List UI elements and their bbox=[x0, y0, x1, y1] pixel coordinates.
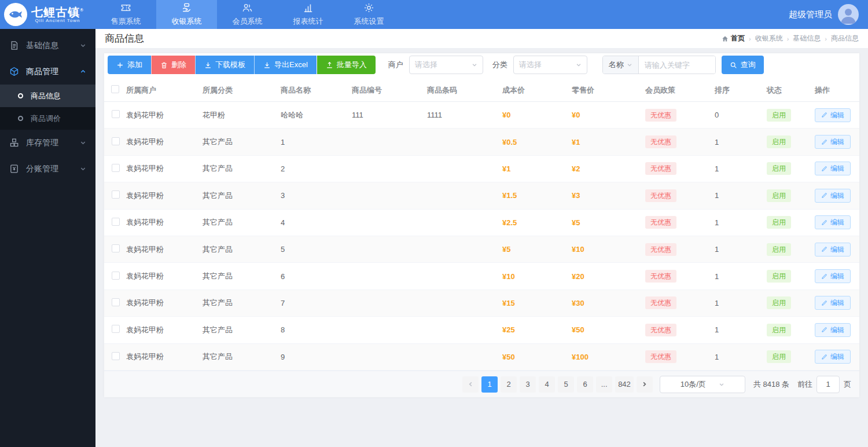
cell-cost-price: ¥15 bbox=[502, 299, 572, 307]
policy-badge: 无优惠 bbox=[645, 216, 676, 229]
edit-button[interactable]: 编辑 bbox=[815, 323, 851, 337]
avatar[interactable] bbox=[838, 4, 859, 25]
edit-button[interactable]: 编辑 bbox=[815, 135, 851, 149]
edit-button[interactable]: 编辑 bbox=[815, 189, 851, 203]
delete-button[interactable]: 删除 bbox=[151, 56, 195, 74]
nav-item-cashier-system[interactable]: 收银系统 bbox=[156, 0, 217, 29]
row-checkbox[interactable] bbox=[112, 298, 120, 306]
gear-icon bbox=[363, 2, 374, 13]
more-pages-button[interactable]: ... bbox=[596, 376, 612, 393]
policy-badge: 无优惠 bbox=[645, 109, 676, 122]
page-number-button[interactable]: 2 bbox=[501, 376, 517, 393]
breadcrumb-item[interactable]: 收银系统 bbox=[755, 34, 783, 43]
cell-cost-price: ¥1 bbox=[502, 164, 572, 173]
cell-actions: 编辑 bbox=[815, 162, 859, 175]
breadcrumb-home[interactable]: 首页 bbox=[722, 34, 745, 43]
row-checkbox[interactable] bbox=[112, 352, 120, 360]
user-menu[interactable]: 超级管理员 bbox=[789, 0, 868, 29]
row-checkbox[interactable] bbox=[112, 325, 120, 333]
keyword-input[interactable] bbox=[639, 56, 715, 74]
cell-sort: 1 bbox=[715, 325, 767, 334]
search-field-select[interactable]: 名称 bbox=[603, 56, 639, 74]
breadcrumb-item[interactable]: 基础信息 bbox=[793, 34, 821, 43]
page-number-button[interactable]: 842 bbox=[615, 376, 634, 393]
cell-product-code: 111 bbox=[352, 111, 427, 119]
goto-page-input[interactable] bbox=[816, 376, 840, 393]
search-icon bbox=[730, 61, 737, 69]
edit-button[interactable]: 编辑 bbox=[815, 215, 851, 229]
members-icon bbox=[242, 2, 253, 13]
sidebar-item-basic-info[interactable]: 基础信息 bbox=[0, 32, 95, 58]
edit-button[interactable]: 编辑 bbox=[815, 350, 851, 364]
page-number-button[interactable]: 3 bbox=[520, 376, 536, 393]
row-checkbox[interactable] bbox=[112, 272, 120, 280]
cell-category: 其它产品 bbox=[203, 137, 281, 147]
chevron-down-icon bbox=[80, 140, 86, 146]
nav-item-system-settings[interactable]: 系统设置 bbox=[339, 0, 399, 29]
row-checkbox[interactable] bbox=[112, 137, 120, 145]
cell-status: 启用 bbox=[767, 189, 815, 202]
select-all-checkbox[interactable] bbox=[111, 85, 119, 93]
cell-member-policy: 无优惠 bbox=[645, 162, 715, 175]
breadcrumb: 首页 › 收银系统 › 基础信息 › 商品信息 bbox=[722, 34, 859, 43]
sidebar-item-product-info[interactable]: 商品信息 bbox=[0, 85, 95, 107]
row-checkbox[interactable] bbox=[112, 244, 120, 252]
column-status: 状态 bbox=[767, 85, 815, 96]
cell-sort: 1 bbox=[715, 164, 767, 173]
table-body: 袁妈花甲粉花甲粉哈哈哈1111111¥0¥0无优惠0启用编辑袁妈花甲粉其它产品1… bbox=[104, 102, 859, 371]
edit-button[interactable]: 编辑 bbox=[815, 243, 851, 257]
total-count: 共 8418 条 bbox=[753, 379, 789, 390]
app-logo: 七鲤古镇® Qili Ancient Town bbox=[0, 0, 95, 29]
add-button[interactable]: 添加 bbox=[108, 56, 151, 74]
sidebar-item-product-price-adjust[interactable]: 商品调价 bbox=[0, 107, 95, 130]
page-header: 商品信息 首页 › 收银系统 › 基础信息 › 商品信息 bbox=[95, 29, 868, 49]
column-barcode: 商品条码 bbox=[427, 85, 502, 96]
sidebar-item-product-management[interactable]: 商品管理 bbox=[0, 58, 95, 85]
cell-merchant: 袁妈花甲粉 bbox=[126, 190, 203, 201]
row-checkbox[interactable] bbox=[112, 218, 120, 226]
cell-retail-price: ¥2 bbox=[572, 164, 645, 173]
edit-button[interactable]: 编辑 bbox=[815, 296, 851, 310]
batch-import-button[interactable]: 批量导入 bbox=[317, 56, 376, 74]
policy-badge: 无优惠 bbox=[645, 162, 676, 175]
sidebar-item-inventory-management[interactable]: 库存管理 bbox=[0, 130, 95, 156]
row-checkbox[interactable] bbox=[112, 190, 120, 199]
edit-button-label: 编辑 bbox=[830, 112, 844, 119]
cell-member-policy: 无优惠 bbox=[645, 216, 715, 229]
nav-item-report-statistics[interactable]: 报表统计 bbox=[278, 0, 339, 29]
table-header: 所属商户 所属分类 商品名称 商品编号 商品条码 成本价 零售价 会员政策 排序… bbox=[104, 79, 859, 102]
cell-retail-price: ¥50 bbox=[572, 325, 645, 334]
cell-product-name: 8 bbox=[281, 325, 352, 334]
edit-button[interactable]: 编辑 bbox=[815, 162, 851, 175]
column-cost-price: 成本价 bbox=[502, 85, 572, 96]
prev-page-button[interactable] bbox=[462, 376, 479, 393]
export-excel-button[interactable]: 导出Excel bbox=[254, 56, 317, 74]
next-page-button[interactable] bbox=[637, 376, 653, 393]
edit-button[interactable]: 编辑 bbox=[815, 108, 851, 122]
page-size-select[interactable]: 10条/页 bbox=[660, 376, 745, 393]
table-row: 袁妈花甲粉其它产品1¥0.5¥1无优惠1启用编辑 bbox=[104, 129, 859, 155]
nav-item-member-system[interactable]: 会员系统 bbox=[217, 0, 278, 29]
breadcrumb-item[interactable]: 商品信息 bbox=[831, 34, 859, 43]
download-template-button[interactable]: 下载模板 bbox=[195, 56, 254, 74]
column-actions: 操作 bbox=[815, 85, 859, 96]
status-badge: 启用 bbox=[767, 270, 791, 283]
page-number-button[interactable]: 4 bbox=[539, 376, 555, 393]
row-checkbox[interactable] bbox=[112, 110, 120, 118]
category-select[interactable]: 请选择 bbox=[513, 56, 587, 74]
search-button[interactable]: 查询 bbox=[722, 56, 764, 74]
merchant-select[interactable]: 请选择 bbox=[409, 56, 483, 74]
cell-category: 其它产品 bbox=[203, 163, 281, 174]
page-number-button[interactable]: 1 bbox=[481, 376, 498, 393]
cell-sort: 1 bbox=[715, 299, 767, 307]
edit-button-label: 编辑 bbox=[830, 327, 844, 334]
nav-item-ticket-system[interactable]: 售票系统 bbox=[95, 0, 156, 29]
page-number-button[interactable]: 6 bbox=[577, 376, 593, 393]
sidebar-item-ledger-management[interactable]: 分账管理 bbox=[0, 156, 95, 182]
row-checkbox[interactable] bbox=[112, 164, 120, 172]
goto-page: 前往 页 bbox=[797, 376, 851, 393]
edit-button[interactable]: 编辑 bbox=[815, 269, 851, 283]
cell-status: 启用 bbox=[767, 296, 815, 309]
cell-actions: 编辑 bbox=[815, 323, 859, 337]
page-number-button[interactable]: 5 bbox=[558, 376, 574, 393]
